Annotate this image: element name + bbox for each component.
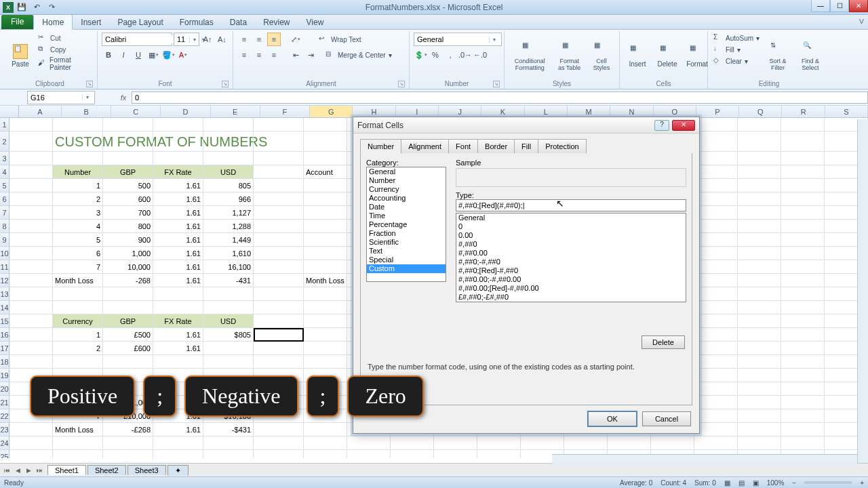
- col-header-O[interactable]: O: [654, 106, 696, 117]
- cell-F14[interactable]: [254, 301, 304, 314]
- cell-Q3[interactable]: [738, 152, 781, 165]
- cell-Q20[interactable]: [738, 382, 781, 396]
- row-header-15[interactable]: 15: [0, 314, 9, 328]
- cell-G17[interactable]: [304, 342, 347, 355]
- cell-C14[interactable]: [103, 301, 153, 314]
- cell-P17[interactable]: [694, 342, 738, 355]
- row-header-21[interactable]: 21: [0, 396, 9, 409]
- type-input[interactable]: [456, 199, 686, 211]
- select-all-corner[interactable]: [0, 106, 19, 117]
- cell-B2[interactable]: CUSTOM FORMAT OF NUMBERS: [53, 131, 103, 152]
- cell-A15[interactable]: [9, 314, 53, 328]
- cell-P22[interactable]: [694, 409, 738, 423]
- cell-C2[interactable]: [103, 131, 153, 152]
- cell-Q7[interactable]: [738, 206, 781, 220]
- cell-P19[interactable]: [694, 369, 738, 382]
- number-launcher-icon[interactable]: ↘: [493, 81, 500, 87]
- category-item[interactable]: General: [367, 167, 446, 176]
- cell-F13[interactable]: [254, 287, 304, 301]
- cell-R10[interactable]: [781, 247, 825, 260]
- category-item[interactable]: Custom: [367, 264, 446, 273]
- clipboard-launcher-icon[interactable]: ↘: [86, 81, 93, 87]
- cell-B6[interactable]: 2: [53, 192, 103, 206]
- cell-C7[interactable]: 700: [103, 206, 153, 220]
- row-header-5[interactable]: 5: [0, 179, 9, 192]
- sheet-tab-3[interactable]: Sheet3: [127, 465, 166, 475]
- row-header-20[interactable]: 20: [0, 382, 9, 396]
- category-list[interactable]: GeneralNumberCurrencyAccountingDateTimeP…: [366, 167, 446, 282]
- col-header-J[interactable]: J: [439, 106, 481, 117]
- cell-B24[interactable]: [53, 436, 103, 450]
- format-painter-button[interactable]: 🖌Format Painter: [37, 56, 93, 72]
- view-layout-icon[interactable]: ▤: [738, 479, 745, 487]
- maximize-button[interactable]: ☐: [830, 0, 849, 12]
- format-as-table-button[interactable]: ▦Format as Table: [553, 33, 585, 79]
- dialog-tab-protection[interactable]: Protection: [538, 139, 587, 154]
- dialog-help-icon[interactable]: ?: [654, 120, 669, 131]
- increase-font-icon[interactable]: A↑: [201, 33, 214, 46]
- col-header-G[interactable]: G: [310, 106, 353, 117]
- redo-icon[interactable]: ↷: [45, 1, 58, 14]
- cell-F16[interactable]: [254, 328, 304, 342]
- dialog-titlebar[interactable]: Format Cells ? ✕: [353, 117, 699, 134]
- col-header-E[interactable]: E: [211, 106, 260, 117]
- type-item[interactable]: £#,##0;[Red]-£#,##0: [456, 302, 686, 302]
- cell-A8[interactable]: [9, 220, 53, 233]
- cell-C17[interactable]: £600: [103, 342, 153, 355]
- category-item[interactable]: Special: [367, 256, 446, 264]
- cell-Q13[interactable]: [738, 287, 781, 301]
- cell-E5[interactable]: 805: [203, 179, 254, 192]
- cell-E24[interactable]: [203, 436, 254, 450]
- row-header-25[interactable]: 25: [0, 450, 9, 458]
- cell-B13[interactable]: [53, 287, 103, 301]
- cell-Q22[interactable]: [738, 409, 781, 423]
- dialog-tab-border[interactable]: Border: [477, 139, 515, 154]
- cell-R2[interactable]: [781, 131, 825, 152]
- cell-F23[interactable]: [254, 423, 304, 436]
- cell-Q24[interactable]: [738, 436, 781, 450]
- cell-Q23[interactable]: [738, 423, 781, 436]
- cell-F11[interactable]: [254, 260, 304, 274]
- cell-R19[interactable]: [781, 369, 825, 382]
- cell-P1[interactable]: [694, 118, 738, 131]
- cell-A2[interactable]: [9, 131, 53, 152]
- paste-button[interactable]: 📋Paste: [7, 33, 34, 79]
- cell-H25[interactable]: [347, 450, 391, 458]
- cell-A3[interactable]: [9, 152, 53, 165]
- col-header-F[interactable]: F: [260, 106, 310, 117]
- cell-B7[interactable]: 3: [53, 206, 103, 220]
- decrease-decimal-icon[interactable]: ←.0: [473, 48, 487, 62]
- sheet-tab-1[interactable]: Sheet1: [47, 465, 86, 475]
- row-header-4[interactable]: 4: [0, 165, 9, 179]
- cell-C10[interactable]: 1,000: [103, 247, 153, 260]
- col-header-M[interactable]: M: [568, 106, 610, 117]
- cell-Q6[interactable]: [738, 192, 781, 206]
- cell-C6[interactable]: 600: [103, 192, 153, 206]
- cell-G2[interactable]: [304, 131, 347, 152]
- alignment-launcher-icon[interactable]: ↘: [398, 81, 405, 87]
- cell-D1[interactable]: [153, 118, 203, 131]
- tab-data[interactable]: Data: [222, 15, 255, 29]
- cell-B14[interactable]: [53, 301, 103, 314]
- cell-G12[interactable]: Month Loss: [304, 274, 347, 287]
- cell-C23[interactable]: -£268: [103, 423, 153, 436]
- category-item[interactable]: Text: [367, 247, 446, 256]
- row-header-22[interactable]: 22: [0, 409, 9, 423]
- row-header-13[interactable]: 13: [0, 287, 9, 301]
- cell-F7[interactable]: [254, 206, 304, 220]
- cell-I25[interactable]: [391, 450, 434, 458]
- cancel-button[interactable]: Cancel: [642, 411, 691, 426]
- cell-P12[interactable]: [694, 274, 738, 287]
- cell-E12[interactable]: -431: [203, 274, 254, 287]
- cell-E25[interactable]: [203, 450, 254, 458]
- font-name-combo[interactable]: ▾: [102, 33, 172, 46]
- cell-G14[interactable]: [304, 301, 347, 314]
- cell-G24[interactable]: [304, 436, 347, 450]
- row-header-2[interactable]: 2: [0, 131, 9, 152]
- cell-P16[interactable]: [694, 328, 738, 342]
- cell-B4[interactable]: Number: [53, 165, 103, 179]
- align-top-icon[interactable]: ≡: [237, 33, 251, 46]
- copy-button[interactable]: ⧉Copy: [37, 44, 93, 55]
- cell-Q17[interactable]: [738, 342, 781, 355]
- cell-C12[interactable]: -268: [103, 274, 153, 287]
